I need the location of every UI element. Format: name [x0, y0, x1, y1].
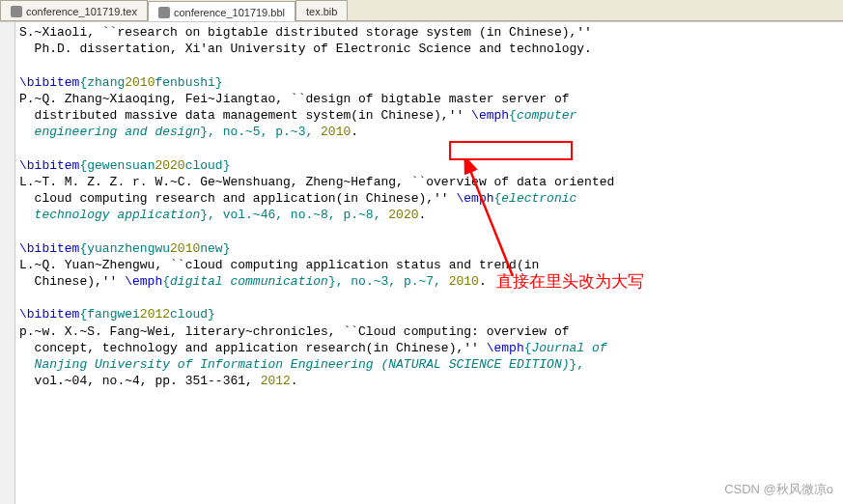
- code-line: Chinese),'': [19, 274, 125, 289]
- latex-arg: {: [162, 274, 170, 289]
- annotation-box: [449, 141, 573, 160]
- latex-emph: technology application: [19, 208, 200, 222]
- tab-label: tex.bib: [306, 6, 337, 17]
- latex-number: 2020: [155, 158, 184, 173]
- latex-arg: {: [509, 108, 517, 123]
- code-line: L.~T. M. Z. Z. r. W.~C. Ge~Wenshuang, Zh…: [19, 175, 614, 189]
- latex-command: \bibitem: [19, 158, 79, 173]
- tab-bib[interactable]: tex.bib: [295, 0, 348, 20]
- latex-emph: Nanjing University of Information Engine…: [19, 357, 570, 372]
- code-line: L.~Q. Yuan~Zhengwu, ``cloud computing ap…: [19, 258, 539, 272]
- gutter: [0, 22, 15, 504]
- latex-emph: digital communication: [170, 274, 328, 289]
- latex-emph: computer: [517, 108, 576, 123]
- editor: S.~Xiaoli, ``research on bigtable distri…: [0, 21, 843, 504]
- file-icon: [11, 6, 22, 17]
- latex-number: 2010: [321, 125, 351, 139]
- code-text: .: [291, 374, 298, 388]
- latex-command: \emph: [456, 191, 493, 206]
- code-line: concept, technology and application rese…: [19, 341, 487, 355]
- latex-arg: {fangwei: [79, 307, 139, 322]
- code-line: Ph.D. dissertation, Xi'an University of …: [19, 42, 592, 56]
- latex-arg: new}: [200, 241, 230, 256]
- annotation-text: 直接在里头改为大写: [496, 273, 644, 290]
- code-area[interactable]: S.~Xiaoli, ``research on bigtable distri…: [15, 22, 843, 504]
- code-text: .: [479, 274, 487, 289]
- tab-label: conference_101719.tex: [26, 6, 137, 17]
- latex-number: 2012: [140, 307, 170, 322]
- latex-arg: }, vol.~46, no.~8, p.~8,: [200, 208, 388, 222]
- latex-emph: Journal of: [532, 341, 607, 355]
- latex-command: \bibitem: [19, 307, 79, 322]
- latex-command: \emph: [125, 274, 162, 289]
- latex-number: 2020: [388, 208, 418, 222]
- latex-arg: cloud}: [170, 307, 215, 322]
- latex-arg: {gewensuan: [79, 158, 155, 173]
- latex-command: \bibitem: [19, 241, 79, 256]
- latex-emph: engineering and design: [19, 125, 200, 139]
- latex-emph: electronic: [501, 191, 576, 206]
- latex-arg: cloud}: [185, 158, 231, 173]
- code-line: cloud computing research and application…: [19, 191, 456, 206]
- tab-bar: conference_101719.tex conference_101719.…: [0, 0, 843, 21]
- code-line: S.~Xiaoli, ``research on bigtable distri…: [19, 25, 592, 40]
- latex-command: \emph: [487, 341, 524, 355]
- latex-arg: {zhang: [79, 75, 125, 90]
- latex-number: 2010: [125, 75, 155, 90]
- latex-number: 2010: [449, 274, 479, 289]
- latex-arg: }, no.~5, p.~3,: [200, 125, 321, 139]
- latex-number: 2010: [170, 241, 200, 256]
- latex-command: \bibitem: [19, 75, 79, 90]
- code-line: distributed massive data management syst…: [19, 108, 471, 123]
- latex-arg: {: [524, 341, 532, 355]
- tab-bbl[interactable]: conference_101719.bbl: [148, 1, 295, 21]
- code-line: vol.~04, no.~4, pp. 351--361,: [19, 374, 261, 388]
- latex-number: 2012: [261, 374, 291, 388]
- latex-arg: }, no.~3, p.~7,: [328, 274, 449, 289]
- file-icon: [158, 7, 170, 18]
- code-text: .: [351, 125, 358, 139]
- latex-command: \emph: [471, 108, 509, 123]
- code-line: p.~w. X.~S. Fang~Wei, literary~chronicle…: [19, 324, 570, 339]
- code-text: .: [419, 208, 427, 222]
- code-line: P.~Q. Zhang~Xiaoqing, Fei~Jiangtao, ``de…: [19, 92, 570, 106]
- latex-arg: fenbushi}: [155, 75, 222, 90]
- latex-arg: },: [570, 357, 585, 372]
- tab-label: conference_101719.bbl: [174, 7, 285, 18]
- latex-arg: {yuanzhengwu: [79, 241, 170, 256]
- tab-tex[interactable]: conference_101719.tex: [0, 0, 148, 20]
